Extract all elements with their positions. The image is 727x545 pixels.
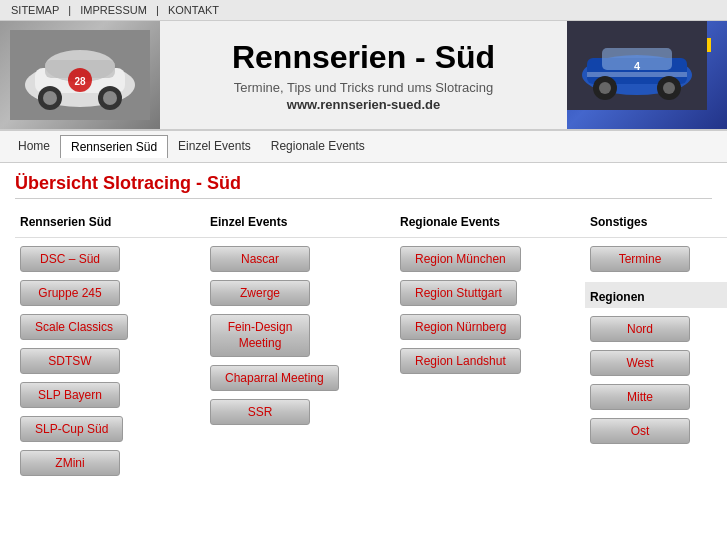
col-header-regionale: Regionale Events — [395, 211, 585, 238]
svg-point-6 — [43, 91, 57, 105]
separator: | — [68, 4, 74, 16]
header-subtitle: Termine, Tips und Tricks rund ums Slotra… — [170, 80, 557, 95]
btn-scale-classics[interactable]: Scale Classics — [20, 314, 128, 340]
btn-slp-cup-sued[interactable]: SLP-Cup Süd — [20, 416, 123, 442]
list-item: SLP-Cup Süd — [15, 412, 205, 446]
list-item: SDTSW — [15, 344, 205, 378]
btn-slp-bayern[interactable]: SLP Bayern — [20, 382, 120, 408]
list-item: Scale Classics — [15, 310, 205, 344]
content-grid: Rennserien Süd DSC – Süd Gruppe 245 Scal… — [15, 211, 712, 480]
header-left-image: 28 — [0, 21, 160, 130]
col-header-sonstiges: Sonstiges — [585, 211, 727, 238]
list-item: Nord — [585, 312, 727, 346]
list-item: SLP Bayern — [15, 378, 205, 412]
svg-rect-15 — [587, 72, 687, 77]
main-content: Übersicht Slotracing - Süd Rennserien Sü… — [0, 163, 727, 490]
list-item: Fein-DesignMeeting — [205, 310, 395, 361]
column-sonstiges: Sonstiges Termine Regionen Nord West Mit… — [585, 211, 727, 480]
list-item: Termine — [585, 242, 727, 276]
header-website: www.rennserien-sued.de — [170, 97, 557, 112]
btn-sdtsw[interactable]: SDTSW — [20, 348, 120, 374]
list-item: Region München — [395, 242, 585, 276]
col-header-einzel: Einzel Events — [205, 211, 395, 238]
list-item: Nascar — [205, 242, 395, 276]
btn-region-nuernberg[interactable]: Region Nürnberg — [400, 314, 521, 340]
navigation: Home Rennserien Süd Einzel Events Region… — [0, 131, 727, 163]
list-item: West — [585, 346, 727, 380]
btn-mitte[interactable]: Mitte — [590, 384, 690, 410]
btn-zwerge[interactable]: Zwerge — [210, 280, 310, 306]
column-rennserien-sued: Rennserien Süd DSC – Süd Gruppe 245 Scal… — [15, 211, 205, 480]
kontakt-link[interactable]: KONTAKT — [168, 4, 219, 16]
nav-einzel-events[interactable]: Einzel Events — [168, 135, 261, 158]
btn-west[interactable]: West — [590, 350, 690, 376]
btn-chaparral[interactable]: Chaparral Meeting — [210, 365, 339, 391]
nav-regionale-events[interactable]: Regionale Events — [261, 135, 375, 158]
btn-dsc-sued[interactable]: DSC – Süd — [20, 246, 120, 272]
btn-nord[interactable]: Nord — [590, 316, 690, 342]
btn-fein-design[interactable]: Fein-DesignMeeting — [210, 314, 310, 357]
svg-point-19 — [663, 82, 675, 94]
list-item: DSC – Süd — [15, 242, 205, 276]
impressum-link[interactable]: IMPRESSUM — [80, 4, 147, 16]
list-item: ZMini — [15, 446, 205, 480]
header: 28 Rennserien - Süd Termine, Tips und Tr… — [0, 21, 727, 131]
column-regionale-events: Regionale Events Region München Region S… — [395, 211, 585, 480]
svg-text:4: 4 — [634, 60, 641, 72]
btn-region-stuttgart[interactable]: Region Stuttgart — [400, 280, 517, 306]
list-item: Ost — [585, 414, 727, 448]
page-title: Übersicht Slotracing - Süd — [15, 173, 712, 199]
list-item: Mitte — [585, 380, 727, 414]
list-item: Chaparral Meeting — [205, 361, 395, 395]
svg-point-8 — [103, 91, 117, 105]
col-header-rennserien: Rennserien Süd — [15, 211, 205, 238]
btn-ost[interactable]: Ost — [590, 418, 690, 444]
header-right-image: DUNLOP 4 — [567, 21, 727, 130]
list-item: SSR — [205, 395, 395, 429]
svg-text:28: 28 — [74, 76, 86, 87]
list-item: Region Landshut — [395, 344, 585, 378]
btn-ssr[interactable]: SSR — [210, 399, 310, 425]
list-item: Zwerge — [205, 276, 395, 310]
site-title: Rennserien - Süd — [170, 39, 557, 76]
list-item: Region Nürnberg — [395, 310, 585, 344]
separator: | — [156, 4, 162, 16]
regionen-label: Regionen — [585, 282, 727, 308]
header-center: Rennserien - Süd Termine, Tips und Trick… — [160, 29, 567, 122]
list-item: Gruppe 245 — [15, 276, 205, 310]
sitemap-link[interactable]: SITEMAP — [11, 4, 59, 16]
btn-nascar[interactable]: Nascar — [210, 246, 310, 272]
svg-point-17 — [599, 82, 611, 94]
nav-rennserien-sued[interactable]: Rennserien Süd — [60, 135, 168, 158]
btn-region-landshut[interactable]: Region Landshut — [400, 348, 521, 374]
btn-gruppe-245[interactable]: Gruppe 245 — [20, 280, 120, 306]
btn-termine[interactable]: Termine — [590, 246, 690, 272]
nav-home[interactable]: Home — [8, 135, 60, 158]
topbar: SITEMAP | IMPRESSUM | KONTAKT — [0, 0, 727, 21]
column-einzel-events: Einzel Events Nascar Zwerge Fein-DesignM… — [205, 211, 395, 480]
list-item: Region Stuttgart — [395, 276, 585, 310]
btn-region-muenchen[interactable]: Region München — [400, 246, 521, 272]
btn-zmini[interactable]: ZMini — [20, 450, 120, 476]
